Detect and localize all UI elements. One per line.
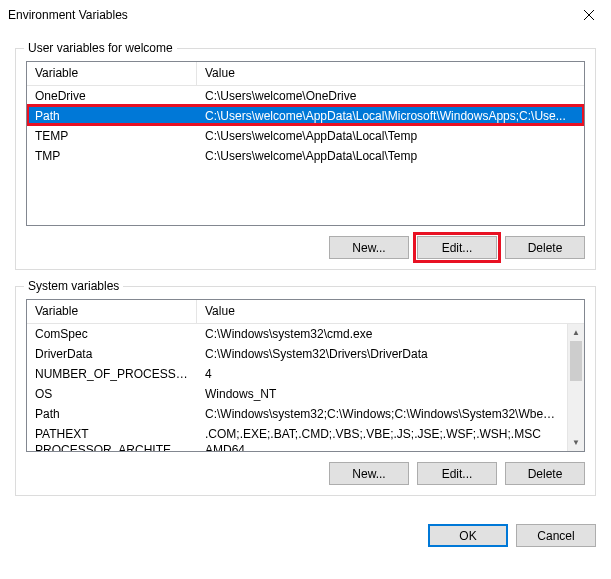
system-variables-table[interactable]: Variable Value ComSpec C:\Windows\system… xyxy=(26,299,585,452)
dialog-footer: OK Cancel xyxy=(0,524,611,559)
cell-value: C:\Users\welcome\AppData\Local\Microsoft… xyxy=(197,107,584,125)
scrollbar-thumb[interactable] xyxy=(570,341,582,381)
cell-variable: ComSpec xyxy=(27,325,197,343)
table-row[interactable]: Path C:\Users\welcome\AppData\Local\Micr… xyxy=(27,106,584,126)
cell-value: C:\Users\welcome\AppData\Local\Temp xyxy=(197,147,584,165)
cell-value: .COM;.EXE;.BAT;.CMD;.VBS;.VBE;.JS;.JSE;.… xyxy=(197,425,567,443)
user-variables-group: User variables for welcome Variable Valu… xyxy=(15,48,596,270)
table-row[interactable]: NUMBER_OF_PROCESSORS 4 xyxy=(27,364,567,384)
table-row[interactable]: PATHEXT .COM;.EXE;.BAT;.CMD;.VBS;.VBE;.J… xyxy=(27,424,567,444)
new-button[interactable]: New... xyxy=(329,462,409,485)
cell-variable: TMP xyxy=(27,147,197,165)
user-table-rows: OneDrive C:\Users\welcome\OneDrive Path … xyxy=(27,86,584,166)
table-row[interactable]: OS Windows_NT xyxy=(27,384,567,404)
scrollbar[interactable]: ▲ ▼ xyxy=(567,324,584,451)
cell-value: 4 xyxy=(197,365,567,383)
table-row[interactable]: DriverData C:\Windows\System32\Drivers\D… xyxy=(27,344,567,364)
table-row[interactable]: Path C:\Windows\system32;C:\Windows;C:\W… xyxy=(27,404,567,424)
table-row[interactable]: OneDrive C:\Users\welcome\OneDrive xyxy=(27,86,584,106)
column-header-variable[interactable]: Variable xyxy=(27,300,197,323)
table-row[interactable]: TEMP C:\Users\welcome\AppData\Local\Temp xyxy=(27,126,584,146)
scrollbar-track[interactable] xyxy=(568,381,584,434)
cell-variable: Path xyxy=(27,107,197,125)
table-row[interactable]: PROCESSOR_ARCHITECTURE AMD64 xyxy=(27,444,567,452)
cell-value: C:\Users\welcome\AppData\Local\Temp xyxy=(197,127,584,145)
table-row[interactable]: TMP C:\Users\welcome\AppData\Local\Temp xyxy=(27,146,584,166)
cell-variable: Path xyxy=(27,405,197,423)
cell-value: C:\Windows\system32\cmd.exe xyxy=(197,325,567,343)
cell-value: C:\Windows\System32\Drivers\DriverData xyxy=(197,345,567,363)
cell-value: C:\Users\welcome\OneDrive xyxy=(197,87,584,105)
scroll-up-button[interactable]: ▲ xyxy=(568,324,584,341)
system-table-rows: ComSpec C:\Windows\system32\cmd.exe Driv… xyxy=(27,324,567,452)
close-button[interactable] xyxy=(566,0,611,30)
system-variables-group: System variables Variable Value ComSpec … xyxy=(15,286,596,496)
close-icon xyxy=(584,10,594,20)
cell-variable: OS xyxy=(27,385,197,403)
column-header-value[interactable]: Value xyxy=(197,62,584,85)
table-row[interactable]: ComSpec C:\Windows\system32\cmd.exe xyxy=(27,324,567,344)
column-header-variable[interactable]: Variable xyxy=(27,62,197,85)
cell-variable: NUMBER_OF_PROCESSORS xyxy=(27,365,197,383)
user-variables-label: User variables for welcome xyxy=(24,41,177,55)
system-variables-label: System variables xyxy=(24,279,123,293)
cancel-button[interactable]: Cancel xyxy=(516,524,596,547)
dialog-body: User variables for welcome Variable Valu… xyxy=(0,30,611,524)
chevron-up-icon: ▲ xyxy=(572,328,580,337)
edit-button[interactable]: Edit... xyxy=(417,462,497,485)
cell-variable: PROCESSOR_ARCHITECTURE xyxy=(27,444,197,452)
chevron-down-icon: ▼ xyxy=(572,438,580,447)
delete-button[interactable]: Delete xyxy=(505,236,585,259)
table-header: Variable Value xyxy=(27,62,584,86)
cell-value: AMD64 xyxy=(197,444,567,452)
new-button[interactable]: New... xyxy=(329,236,409,259)
system-buttons: New... Edit... Delete xyxy=(26,462,585,485)
cell-value: Windows_NT xyxy=(197,385,567,403)
column-header-value[interactable]: Value xyxy=(197,300,584,323)
scroll-down-button[interactable]: ▼ xyxy=(568,434,584,451)
table-header: Variable Value xyxy=(27,300,584,324)
edit-button[interactable]: Edit... xyxy=(417,236,497,259)
user-variables-table[interactable]: Variable Value OneDrive C:\Users\welcome… xyxy=(26,61,585,226)
cell-variable: TEMP xyxy=(27,127,197,145)
edit-button-highlight: Edit... xyxy=(417,236,497,259)
user-buttons: New... Edit... Delete xyxy=(26,236,585,259)
titlebar: Environment Variables xyxy=(0,0,611,30)
cell-variable: DriverData xyxy=(27,345,197,363)
cell-value: C:\Windows\system32;C:\Windows;C:\Window… xyxy=(197,405,567,423)
cell-variable: OneDrive xyxy=(27,87,197,105)
window-title: Environment Variables xyxy=(8,8,128,22)
ok-button[interactable]: OK xyxy=(428,524,508,547)
cell-variable: PATHEXT xyxy=(27,425,197,443)
delete-button[interactable]: Delete xyxy=(505,462,585,485)
